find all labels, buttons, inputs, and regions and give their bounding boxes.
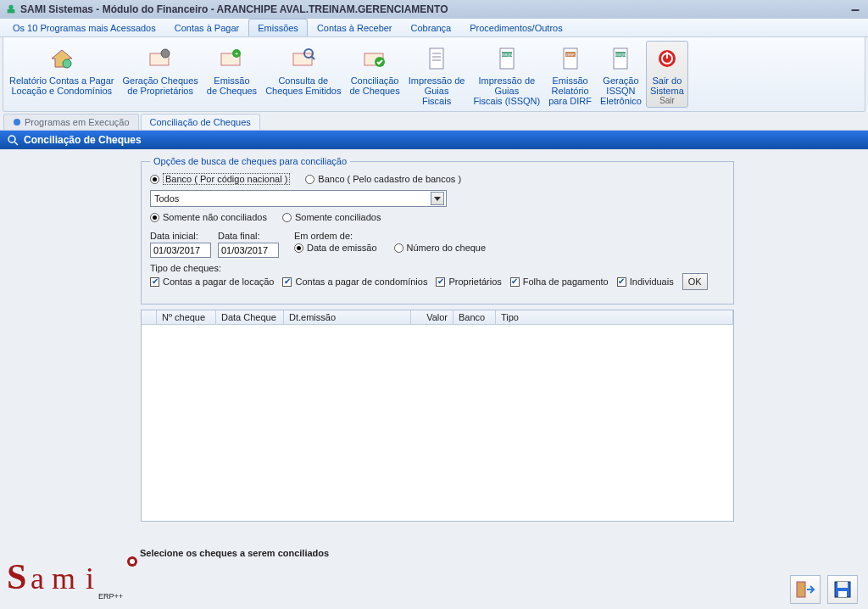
svg-rect-9 [293,53,312,65]
svg-rect-44 [838,591,847,597]
check-folha-pagamento[interactable]: Folha de pagamento [510,277,609,287]
content-area: Opções de busca de cheques para concilia… [0,149,868,525]
banco-select[interactable]: Todos [150,190,447,207]
options-legend: Opções de busca de cheques para concilia… [150,156,350,166]
check-individuais[interactable]: Individuais [617,277,674,287]
cheque-gear-icon [147,45,174,72]
ribbon-issqn-eletronico[interactable]: ISSQN Geração ISSQN Eletrônico [596,41,646,108]
ribbon-emissao-cheques[interactable]: + Emissão de Cheques [203,41,261,108]
house-report-icon [48,45,75,72]
results-grid[interactable]: Nº cheque Data Cheque Dt.emissão Valor B… [141,310,734,522]
minimize-button[interactable]: – [848,1,863,19]
menu-contas-pagar[interactable]: Contas à Pagar [165,19,248,36]
footer: S a m i ERP++ [5,553,863,604]
grid-header-tipo[interactable]: Tipo [496,310,733,324]
radio-dot-icon [150,213,159,222]
checkbox-icon [150,277,159,287]
footer-buttons [790,575,858,604]
grid-header-dt-emissao[interactable]: Dt.emissão [284,310,411,324]
svg-rect-24 [614,48,627,69]
ribbon-relatorio-contas[interactable]: Relatório Contas a Pagar Locação e Condo… [5,41,119,108]
svg-rect-43 [837,582,848,588]
power-icon [654,45,681,72]
grid-header-banco[interactable]: Banco [453,310,496,324]
check-proprietarios[interactable]: Proprietários [436,277,501,287]
radio-nao-conciliados[interactable]: Somente não conciliados [150,212,267,222]
svg-text:ISSQN: ISSQN [502,53,513,57]
save-button[interactable] [827,575,858,604]
radio-dot-icon [394,243,403,253]
ribbon-consulta-cheques[interactable]: Consulta de Cheques Emitidos [261,41,345,108]
ribbon-guias-fiscais[interactable]: Impressão de Guias Fiscais [404,41,470,108]
menu-programas[interactable]: Os 10 Programas mais Acessados [3,19,165,36]
data-inicial-input[interactable] [150,243,211,258]
menu-procedimentos[interactable]: Procedimentos/Outros [460,19,571,36]
grid-header-spacer [142,310,157,324]
svg-point-30 [14,119,20,126]
cheque-search-icon [290,45,317,72]
pane-title: Conciliação de Cheques [24,134,142,146]
svg-text:ERP++: ERP++ [98,592,123,601]
menu-bar: Os 10 Programas mais Acessados Contas à … [0,19,868,37]
radio-conciliados[interactable]: Somente conciliados [282,212,381,222]
menu-cobranca[interactable]: Cobrança [402,19,461,36]
ordem-label: Em ordem de: [294,231,486,241]
cheque-plus-icon: + [218,45,245,72]
app-icon [5,3,17,15]
svg-marker-33 [434,197,441,201]
radio-dot-icon [294,243,303,253]
svg-text:DIRF: DIRF [566,53,575,57]
ok-button[interactable]: OK [682,273,708,290]
svg-text:+: + [235,50,239,58]
grid-header-data-cheque[interactable]: Data Cheque [216,310,284,324]
svg-point-39 [130,559,135,564]
banco-select-value: Todos [154,193,179,204]
svg-text:i: i [86,562,94,595]
menu-contas-receber[interactable]: Contas à Receber [308,19,402,36]
cheque-check-icon [361,45,388,72]
window-titlebar: SAMI Sistemas - Módulo do Financeiro - A… [0,0,868,19]
ribbon-emissao-dirf[interactable]: DIRF Emissão Relatório para DIRF [544,41,596,108]
radio-ordem-emissao[interactable]: Data de emissão [294,243,377,253]
svg-text:ISSQN: ISSQN [615,53,626,57]
svg-rect-41 [797,582,805,597]
document-dirf-icon: DIRF [557,45,584,72]
pane-titlebar: Conciliação de Cheques [0,131,868,149]
grid-header-valor[interactable]: Valor [411,310,453,324]
svg-rect-18 [500,48,514,69]
document-icon [423,45,450,72]
check-contas-locacao[interactable]: Contas a pagar de locação [150,277,274,287]
menu-emissoes[interactable]: Emissões [248,19,308,36]
data-final-input[interactable] [218,243,279,258]
svg-point-5 [161,49,170,58]
exit-button[interactable] [790,575,821,604]
search-icon [7,134,19,146]
ribbon-sair[interactable]: Sair do Sistema Sair [646,41,688,108]
svg-rect-21 [564,48,577,69]
document-issqn-icon: ISSQN [493,45,520,72]
check-contas-condominios[interactable]: Contas a pagar de condomínios [282,277,427,287]
radio-dot-icon [150,175,159,184]
radio-ordem-numero[interactable]: Número do cheque [394,243,487,253]
window-title: SAMI Sistemas - Módulo do Financeiro - A… [20,3,448,15]
document-issqn2-icon: ISSQN [607,45,634,72]
svg-text:S: S [7,557,26,596]
tab-programas-execucao[interactable]: Programas em Execução [3,114,139,130]
document-tabs: Programas em Execução Conciliação de Che… [0,112,868,131]
ribbon-geracao-cheques[interactable]: Geração Cheques de Proprietários [119,41,203,108]
chevron-down-icon [431,192,444,205]
checkbox-icon [436,277,445,287]
radio-banco-codigo-nacional[interactable]: Banco ( Por código nacional ) [150,173,290,185]
radio-dot-icon [305,175,314,184]
tipo-cheques-label: Tipo de cheques: [150,263,221,273]
svg-line-32 [14,142,18,145]
ribbon-guias-issqn[interactable]: ISSQN Impressão de Guias Fiscais (ISSQN) [469,41,544,108]
svg-text:m: m [52,562,75,595]
tab-conciliacao-cheques[interactable]: Conciliação de Cheques [141,114,260,130]
door-exit-icon [795,579,815,600]
radio-banco-cadastro[interactable]: Banco ( Pelo cadastro de bancos ) [305,174,461,184]
data-inicial-label: Data inicial: [150,231,211,241]
grid-header-num-cheque[interactable]: Nº cheque [157,310,216,324]
svg-point-0 [8,5,13,9]
ribbon-conciliacao-cheques[interactable]: Conciliação de Cheques [345,41,403,108]
